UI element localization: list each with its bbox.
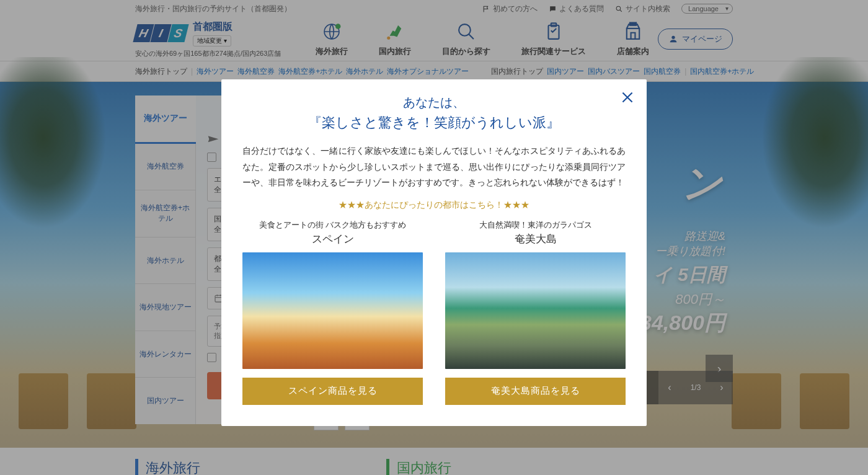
modal-stars-line: ★★★あなたにぴったりの都市はこちら！★★★	[242, 200, 626, 211]
destination-subtitle: 美食とアートの街 バスク地方もおすすめ	[259, 220, 407, 231]
amami-products-button[interactable]: 奄美大島商品を見る	[445, 378, 626, 405]
destination-image-spain	[242, 252, 423, 369]
destination-row: 美食とアートの街 バスク地方もおすすめ スペイン スペイン商品を見る 大自然満喫…	[242, 220, 626, 405]
spain-products-button[interactable]: スペイン商品を見る	[242, 378, 423, 405]
modal-heading-1: あなたは、	[242, 94, 626, 111]
destination-image-amami	[445, 252, 626, 369]
modal-description: 自分だけではなく、一緒に行く家族や友達にも楽しんでほしい！そんなホスピタリティあ…	[242, 143, 626, 191]
recommendation-modal: あなたは、 『楽しさと驚きを！笑顔がうれしい派』 自分だけではなく、一緒に行く家…	[221, 79, 647, 426]
modal-heading-2: 『楽しさと驚きを！笑顔がうれしい派』	[242, 113, 626, 132]
destination-name: 奄美大島	[515, 232, 557, 246]
destination-amami: 大自然満喫！東洋のガラパゴス 奄美大島 奄美大島商品を見る	[445, 220, 626, 405]
modal-overlay[interactable]: あなたは、 『楽しさと驚きを！笑顔がうれしい派』 自分だけではなく、一緒に行く家…	[0, 0, 868, 475]
destination-subtitle: 大自然満喫！東洋のガラパゴス	[479, 220, 592, 231]
destination-spain: 美食とアートの街 バスク地方もおすすめ スペイン スペイン商品を見る	[242, 220, 423, 405]
close-icon[interactable]	[619, 89, 636, 105]
destination-name: スペイン	[312, 232, 354, 246]
